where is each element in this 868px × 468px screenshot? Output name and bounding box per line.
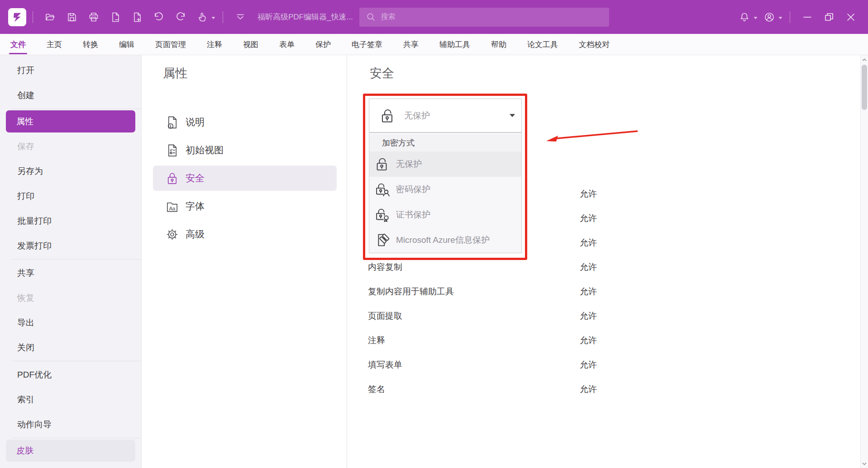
tab-paper-tools[interactable]: 论文工具 <box>527 39 558 50</box>
file-menu-sidebar: 打开 创建 属性 保存 另存为 打印 批量打印 发票打印 共享 恢复 导出 关闭… <box>0 55 142 468</box>
foxit-logo[interactable] <box>8 8 26 26</box>
search-icon <box>366 12 377 23</box>
unlock-icon <box>374 156 391 173</box>
permission-row-page-extract: 页面提取 允许 <box>368 310 842 323</box>
tab-file[interactable]: 文件 <box>10 39 26 50</box>
vertical-scrollbar[interactable] <box>860 55 868 468</box>
sidebar-divider <box>12 109 141 109</box>
print-button[interactable] <box>86 9 101 25</box>
sidebar-item-save-as[interactable]: 另存为 <box>0 159 141 184</box>
sidebar-item-print[interactable]: 打印 <box>0 184 141 208</box>
tab-convert[interactable]: 转换 <box>83 39 98 50</box>
caret-down-icon <box>778 17 782 19</box>
caret-down-icon <box>211 17 215 19</box>
scroll-up-arrow[interactable] <box>861 56 868 63</box>
sidebar-divider <box>12 361 141 361</box>
azure-protection-icon <box>374 232 391 249</box>
page-remove-icon <box>110 11 121 23</box>
properties-item-description[interactable]: 说明 <box>153 109 337 135</box>
foxit-pdf-editor-window: 福昕高级PDF编辑器_快速... 搜索 <box>0 0 868 468</box>
tab-help[interactable]: 帮助 <box>491 39 506 50</box>
titlebar-divider <box>33 11 33 23</box>
properties-item-advanced[interactable]: 高级 <box>153 222 337 247</box>
restore-button[interactable] <box>821 9 837 25</box>
properties-title: 属性 <box>163 65 187 81</box>
minimize-icon <box>801 11 813 23</box>
properties-item-initial-view[interactable]: 初始视图 <box>153 137 337 163</box>
collapse-toolbar-icon <box>234 11 247 23</box>
tab-proofread[interactable]: 文档校对 <box>579 39 610 50</box>
search-placeholder: 搜索 <box>381 12 396 22</box>
hand-tool-button[interactable] <box>195 9 210 25</box>
notifications-caret[interactable] <box>754 13 758 21</box>
gear-icon <box>165 227 180 242</box>
scrollbar-thumb[interactable] <box>862 65 867 110</box>
account-button[interactable] <box>762 9 777 25</box>
sidebar-item-export[interactable]: 导出 <box>0 310 141 335</box>
sidebar-item-index[interactable]: 索引 <box>0 387 141 412</box>
titlebar-divider <box>790 11 790 23</box>
dropdown-option-no-protection[interactable]: 无保护 <box>369 151 521 177</box>
security-panel: 安全 允许 允许 允许 内容复制 允许 复制内容用于辅助工具 允许 <box>347 55 860 468</box>
tab-page-manage[interactable]: 页面管理 <box>155 39 186 50</box>
sidebar-item-action-wizard[interactable]: 动作向导 <box>0 412 141 437</box>
open-file-button[interactable] <box>43 9 58 25</box>
menubar: 文件 主页 转换 编辑 页面管理 注释 视图 表单 保护 电子签章 共享 辅助工… <box>0 34 868 55</box>
dropdown-option-password-protection[interactable]: 密码保护 <box>369 177 521 202</box>
sidebar-item-share[interactable]: 共享 <box>0 260 141 285</box>
page-add-button[interactable] <box>129 9 145 25</box>
tab-edit[interactable]: 编辑 <box>119 39 134 50</box>
redo-button[interactable] <box>173 9 188 25</box>
svg-text:Aa: Aa <box>169 205 176 211</box>
sidebar-item-invoice-print[interactable]: 发票打印 <box>0 233 141 258</box>
tab-esign[interactable]: 电子签章 <box>352 39 382 50</box>
account-caret[interactable] <box>778 13 782 21</box>
tab-share[interactable]: 共享 <box>403 39 419 50</box>
permission-label: 注释 <box>368 335 385 346</box>
notifications-button[interactable] <box>737 9 752 25</box>
sidebar-item-close[interactable]: 关闭 <box>0 335 141 360</box>
sidebar-item-skin[interactable]: 皮肤 <box>6 440 135 462</box>
permission-label: 页面提取 <box>368 310 402 322</box>
hand-tool-caret[interactable] <box>211 13 215 21</box>
sidebar-item-revert[interactable]: 恢复 <box>0 285 141 310</box>
content-area: 打开 创建 属性 保存 另存为 打印 批量打印 发票打印 共享 恢复 导出 关闭… <box>0 55 868 468</box>
restore-icon <box>823 11 835 23</box>
sidebar-item-properties[interactable]: 属性 <box>6 110 135 132</box>
lock-icon <box>165 171 180 186</box>
tab-protect[interactable]: 保护 <box>315 39 331 50</box>
collapse-toolbar-button[interactable] <box>233 9 248 25</box>
sidebar-item-batch-print[interactable]: 批量打印 <box>0 208 141 233</box>
page-remove-button[interactable] <box>108 9 123 25</box>
close-button[interactable] <box>843 9 858 25</box>
dropdown-option-azure-protection[interactable]: Microsoft Azure信息保护 <box>369 227 521 253</box>
dropdown-option-label: Microsoft Azure信息保护 <box>396 234 490 246</box>
initial-view-icon <box>165 143 180 158</box>
search-box[interactable]: 搜索 <box>359 8 609 27</box>
sidebar-item-pdf-optimize[interactable]: PDF优化 <box>0 362 141 387</box>
save-button[interactable] <box>64 9 80 25</box>
dropdown-option-label: 密码保护 <box>396 184 430 195</box>
permission-row-fill-form: 填写表单 允许 <box>368 359 842 372</box>
properties-item-fonts[interactable]: Aa 字体 <box>153 194 337 219</box>
sidebar-item-open[interactable]: 打开 <box>0 58 141 83</box>
permission-label: 填写表单 <box>368 359 402 371</box>
page-add-icon <box>131 11 143 23</box>
minimize-button[interactable] <box>800 9 815 25</box>
permission-row-copy-accessibility: 复制内容用于辅助工具 允许 <box>368 286 842 298</box>
tab-comment[interactable]: 注释 <box>207 39 222 50</box>
document-title: 福昕高级PDF编辑器_快速... <box>258 12 353 22</box>
tab-view[interactable]: 视图 <box>243 39 258 50</box>
sidebar-item-save[interactable]: 保存 <box>0 134 141 159</box>
sidebar-item-create[interactable]: 创建 <box>0 83 141 108</box>
tab-accessibility[interactable]: 辅助工具 <box>439 39 470 50</box>
tab-home[interactable]: 主页 <box>47 39 62 50</box>
scroll-down-arrow[interactable] <box>861 460 868 467</box>
security-method-select[interactable]: 无保护 <box>369 99 522 132</box>
undo-button[interactable] <box>151 9 167 25</box>
dropdown-group-label: 加密方式 <box>369 134 521 151</box>
properties-item-label: 初始视图 <box>186 144 224 156</box>
tab-form[interactable]: 表单 <box>279 39 295 50</box>
properties-item-security[interactable]: 安全 <box>153 165 337 191</box>
dropdown-option-certificate-protection[interactable]: 证书保护 <box>369 202 521 227</box>
